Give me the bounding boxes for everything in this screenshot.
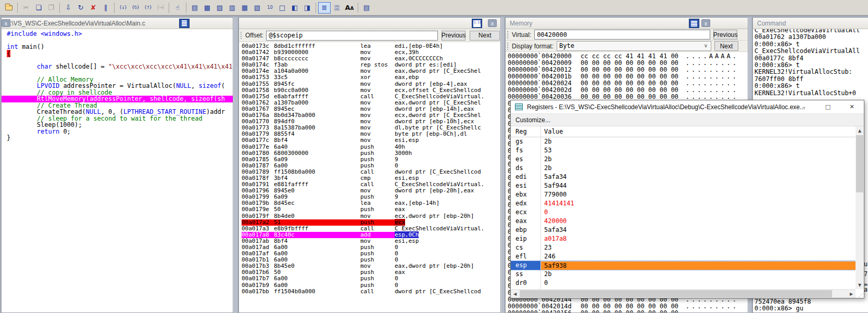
step-over-icon[interactable]: {↻} (129, 2, 142, 14)
scroll-thumb[interactable] (520, 290, 832, 297)
command-window-icon[interactable]: ▤ (188, 2, 201, 14)
source-mode-icon[interactable]: ≣ (318, 2, 331, 14)
source-line[interactable]: #include <windows.h> (7, 31, 233, 37)
memory-previous-button[interactable]: Previous (713, 30, 737, 40)
registers-window-icon[interactable]: ▥ (226, 2, 238, 14)
disasm-operands: eax,[ebp-14h] (395, 200, 439, 206)
register-row[interactable]: fs53 (511, 146, 856, 155)
register-row[interactable]: esp5af938 (511, 261, 856, 270)
source-line[interactable]: char shellcode[] = "\xcc\xcc\xcc\xcc\x41… (7, 63, 233, 70)
go-icon[interactable]: ⇩ (62, 2, 74, 14)
font-icon[interactable]: AA (343, 2, 356, 14)
scroll-left-icon[interactable]: ◀ (511, 290, 519, 298)
register-row[interactable]: esi5af944 (511, 181, 856, 190)
disasm-bytes: 6a40 (274, 144, 360, 150)
memory-doc-icon[interactable] (689, 19, 699, 28)
watch-window-icon[interactable]: ▩ (201, 2, 213, 14)
register-row[interactable]: cs23 (511, 243, 856, 252)
source-close-icon[interactable]: x (2, 19, 10, 27)
memory-row[interactable]: 00000000`0042015600 00 00 00 00 00 00 00… (508, 310, 748, 312)
register-row[interactable]: ds2b (511, 164, 856, 173)
disasm-row[interactable]: 00a017a3e8b9fbffffcallC_ExecShellcodeVia… (242, 226, 500, 232)
processes-window-icon[interactable]: ◧ (288, 2, 301, 14)
locals-window-icon[interactable]: ▨ (213, 2, 226, 14)
resize-grip-icon[interactable]: ⋰ (856, 290, 863, 297)
break-icon[interactable]: ‖ (99, 2, 112, 14)
source-line[interactable]: int main() (7, 44, 233, 50)
virtual-address-input[interactable] (534, 30, 710, 40)
step-out-icon[interactable]: {↑} (142, 2, 154, 14)
register-row[interactable]: ss2b (511, 270, 856, 279)
register-row[interactable]: edi5afa34 (511, 173, 856, 181)
restart-icon[interactable]: ↻ (74, 2, 87, 14)
source-doc-icon[interactable] (179, 19, 190, 28)
scroll-down-icon[interactable]: ▼ (856, 281, 864, 289)
source-line[interactable]: } (7, 135, 233, 141)
register-value: 23 (540, 243, 856, 252)
horizontal-scrollbar[interactable]: ◀ ▶ (511, 289, 856, 298)
code-segment: ( (221, 82, 225, 89)
drag-grip-icon[interactable] (507, 31, 509, 38)
memory-next-button[interactable]: Next (714, 41, 738, 51)
disasm-row[interactable]: 00a0177e6a40push40h (242, 144, 500, 150)
disasm-row[interactable]: 00a0179f8b4de0movecx,dword ptr [ebp-20h] (242, 213, 500, 219)
memory-close-icon[interactable]: x (701, 19, 710, 27)
source-code-area[interactable]: #include <windows.h> int main(){ char sh… (2, 29, 233, 312)
disasm-next-button[interactable]: Next (470, 31, 500, 41)
breakpoint-hand-icon[interactable]: ☝ (171, 2, 184, 14)
options-icon[interactable]: ▤ (360, 2, 373, 14)
source-line[interactable]: { (7, 50, 233, 57)
drag-grip-icon[interactable] (241, 32, 243, 39)
source-line[interactable]: return 0; (7, 128, 233, 135)
toggle-numbers-icon[interactable]: 101101 (331, 2, 343, 14)
cut-icon[interactable]: ✂ (20, 2, 32, 14)
close-button[interactable]: ✕ (840, 100, 864, 113)
register-row[interactable]: dr00 (511, 279, 856, 288)
open-source-file-icon[interactable] (3, 2, 15, 14)
drag-grip-icon[interactable] (507, 43, 509, 50)
splitter-source-disasm[interactable] (233, 17, 238, 313)
scratch-pad-icon[interactable]: □ (276, 2, 288, 14)
minimize-button[interactable]: – (792, 100, 816, 113)
splitter-disasm-memory[interactable] (501, 17, 505, 313)
disasm-row[interactable]: 00a017b76a00push0 (242, 276, 500, 282)
register-row[interactable]: gs2b (511, 137, 856, 146)
register-row[interactable]: eax420000 (511, 217, 856, 226)
command-line: 0:000:x86> t (754, 41, 868, 48)
register-row[interactable]: edx41414141 (511, 199, 856, 208)
register-row[interactable]: eipa017a8 (511, 234, 856, 243)
register-row[interactable]: es2b (511, 155, 856, 164)
maximize-button[interactable]: □ (816, 100, 840, 113)
disasm-address: 00a01758 (242, 87, 274, 94)
register-row[interactable]: ecx0 (511, 208, 856, 217)
vertical-scrollbar[interactable]: ▲ ▼ (856, 126, 864, 289)
paste-icon[interactable]: ❐ (45, 2, 57, 14)
register-row[interactable]: ebx779000 (511, 190, 856, 199)
run-to-cursor-icon[interactable]: {→} (154, 2, 167, 14)
copy-icon[interactable]: ❏ (32, 2, 45, 14)
disassembly-listing[interactable]: 00a0173c8dbd1cffffffleaedi,[ebp-0E4h]00a… (239, 42, 500, 312)
scroll-thumb[interactable] (856, 135, 863, 192)
stop-debugging-icon[interactable]: ✘ (87, 2, 99, 14)
register-row[interactable]: efl246 (511, 252, 856, 261)
display-format-select[interactable]: Byte ∨ (557, 41, 711, 51)
disasm-row[interactable]: 00a017bbff1504b0a000calldword ptr [C_Exe… (242, 289, 500, 295)
disasm-previous-button[interactable]: Previous (442, 31, 466, 41)
disassembly-doc-icon[interactable]: 1.11 (472, 19, 482, 28)
disasm-row[interactable]: 00a017856a09push9 (242, 156, 500, 163)
scroll-up-icon[interactable]: ▲ (856, 126, 864, 135)
offset-label: Offset: (245, 32, 263, 39)
event-filters-icon[interactable]: ◨ (301, 2, 313, 14)
command-line: 0:000:x86> t (754, 83, 868, 89)
offset-input[interactable] (266, 31, 438, 41)
disassembly-window-icon[interactable]: 1.0 (263, 2, 276, 14)
calls-window-icon[interactable]: ▧ (251, 2, 263, 14)
disasm-row[interactable]: 00a0177c8bf4movesi,esp (242, 137, 500, 144)
memory-window-icon[interactable]: ▦ (238, 2, 251, 14)
disasm-row[interactable]: 00a017806800300000push3000h (242, 150, 500, 156)
scroll-right-icon[interactable]: ▶ (847, 290, 856, 298)
step-into-icon[interactable]: {↓} (117, 2, 129, 14)
disassembly-close-icon[interactable]: x (488, 19, 497, 27)
customize-menu-item[interactable]: Customize... (515, 116, 550, 124)
register-row[interactable]: ebp5afa34 (511, 226, 856, 234)
